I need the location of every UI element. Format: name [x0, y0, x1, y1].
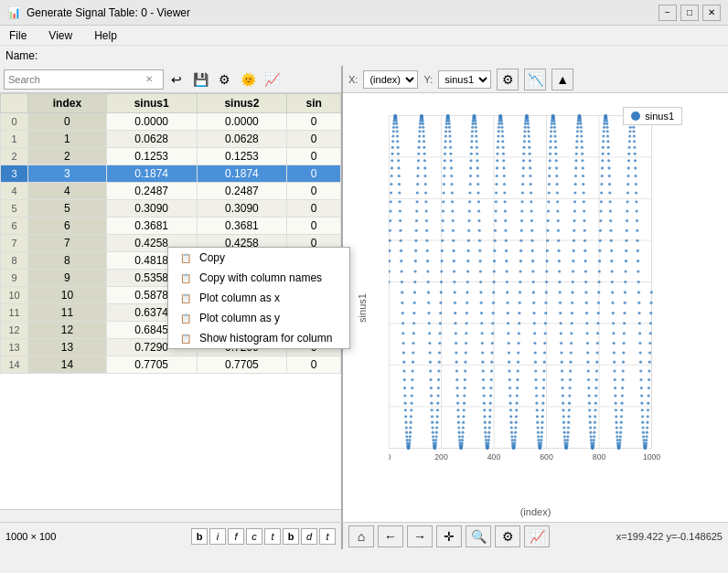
svg-point-911 — [618, 439, 621, 441]
nav-forward[interactable]: → — [407, 525, 433, 547]
close-button[interactable]: ✕ — [702, 5, 721, 21]
col-sinus1[interactable]: sinus1 — [106, 94, 197, 113]
svg-point-678 — [557, 249, 560, 252]
svg-point-750 — [576, 126, 579, 129]
chart-settings-button[interactable]: ⚙ — [497, 69, 519, 90]
chart-bar-button[interactable]: ▲ — [551, 69, 573, 90]
table-row[interactable]: 6 6 0.3681 0.3681 0 — [1, 218, 341, 235]
context-menu-item[interactable]: 📋Plot column as x — [168, 288, 349, 308]
format-c[interactable]: c — [246, 528, 262, 545]
color-button[interactable]: 🌞 — [237, 69, 259, 90]
chart-button[interactable]: 📈 — [261, 69, 283, 90]
svg-point-70 — [398, 175, 401, 177]
svg-point-416 — [488, 415, 491, 418]
svg-point-587 — [533, 342, 536, 345]
search-clear-icon[interactable]: ✕ — [145, 74, 153, 84]
svg-point-633 — [546, 260, 549, 262]
svg-point-317 — [463, 409, 466, 411]
nav-zoom[interactable]: 🔍 — [466, 525, 491, 547]
svg-point-528 — [518, 312, 520, 314]
svg-point-346 — [470, 146, 473, 149]
svg-point-930 — [624, 291, 626, 293]
y-axis-select[interactable]: sinus1 — [438, 70, 491, 89]
col-sinus2[interactable]: sinus2 — [197, 94, 287, 113]
minimize-button[interactable]: − — [658, 5, 677, 21]
cell-rownum: 11 — [1, 304, 28, 322]
format-d[interactable]: d — [301, 528, 317, 545]
svg-point-543 — [522, 166, 525, 169]
svg-point-800 — [590, 435, 593, 438]
svg-point-124 — [412, 351, 414, 354]
legend-dot — [631, 111, 640, 121]
format-b2[interactable]: b — [283, 528, 299, 545]
svg-point-86 — [401, 332, 404, 334]
table-row[interactable]: 14 14 0.7705 0.7705 0 — [1, 356, 341, 374]
cell-rownum: 2 — [1, 148, 28, 165]
svg-point-934 — [625, 249, 627, 252]
svg-point-420 — [489, 387, 492, 389]
svg-point-593 — [535, 394, 538, 397]
search-input[interactable] — [8, 74, 145, 85]
format-i[interactable]: i — [209, 528, 226, 545]
table-row[interactable]: 3 3 0.1874 0.1874 0 — [1, 165, 341, 183]
context-menu-item[interactable]: 📋Plot column as y — [168, 308, 349, 328]
svg-point-95 — [404, 409, 407, 411]
table-row[interactable]: 4 4 0.2487 0.2487 0 — [1, 183, 341, 200]
settings-button[interactable]: ⚙ — [213, 69, 235, 90]
svg-point-978 — [637, 249, 639, 252]
svg-point-820 — [594, 387, 597, 389]
svg-point-467 — [502, 153, 505, 155]
svg-point-188 — [429, 351, 432, 354]
svg-point-522 — [517, 369, 519, 372]
table-row[interactable]: 2 2 0.1253 0.1253 0 — [1, 148, 341, 165]
save-button[interactable]: 💾 — [189, 69, 211, 90]
nav-settings[interactable]: ⚙ — [495, 525, 520, 547]
chart-line-button[interactable]: 📉 — [524, 69, 546, 90]
maximize-button[interactable]: □ — [680, 5, 699, 21]
cell-sinus1: 0.0000 — [106, 113, 197, 131]
svg-point-748 — [576, 134, 579, 137]
svg-point-965 — [633, 140, 636, 143]
svg-point-572 — [530, 191, 532, 194]
col-index[interactable]: index — [28, 94, 107, 113]
context-menu-item[interactable]: 📋Copy with column names — [168, 268, 349, 288]
scrollbar[interactable] — [0, 509, 341, 522]
table-row[interactable]: 1 1 0.0628 0.0628 0 — [1, 131, 341, 148]
menu-help[interactable]: Help — [89, 27, 123, 44]
format-b1[interactable]: b — [191, 528, 208, 545]
svg-point-549 — [523, 130, 526, 133]
format-t[interactable]: t — [264, 528, 281, 545]
svg-point-479 — [505, 260, 508, 262]
svg-point-712 — [566, 435, 569, 438]
nav-home[interactable]: ⌂ — [348, 525, 374, 547]
nav-pan[interactable]: ✛ — [436, 525, 462, 547]
svg-point-892 — [614, 387, 616, 389]
svg-point-968 — [634, 159, 637, 162]
svg-point-133 — [414, 260, 417, 262]
menu-view[interactable]: View — [43, 27, 78, 44]
svg-point-415 — [488, 421, 491, 424]
format-f[interactable]: f — [228, 528, 244, 545]
svg-point-275 — [452, 219, 455, 222]
col-sin[interactable]: sin — [287, 94, 341, 113]
svg-point-349 — [471, 130, 474, 133]
x-axis-select[interactable]: (index) — [363, 70, 418, 89]
table-row[interactable]: 0 0 0.0000 0.0000 0 — [1, 113, 341, 131]
nav-line[interactable]: 📈 — [524, 525, 550, 547]
context-menu-item[interactable]: 📋Copy — [168, 248, 349, 268]
nav-back[interactable]: ← — [378, 525, 403, 547]
svg-point-970 — [634, 175, 637, 177]
svg-point-1030 — [650, 291, 653, 293]
svg-point-48 — [391, 134, 394, 137]
table-row[interactable]: 5 5 0.3090 0.3090 0 — [1, 200, 341, 218]
context-menu-item[interactable]: 📋Show histogram for column — [168, 328, 349, 348]
svg-point-830 — [597, 291, 600, 293]
svg-point-781 — [584, 281, 587, 283]
menu-file[interactable]: File — [4, 27, 32, 44]
undo-button[interactable]: ↩ — [166, 69, 187, 90]
svg-point-210 — [434, 441, 437, 444]
format-t2[interactable]: t — [319, 528, 336, 545]
svg-point-641 — [548, 183, 551, 186]
svg-point-90 — [402, 369, 405, 372]
svg-point-539 — [521, 200, 524, 203]
